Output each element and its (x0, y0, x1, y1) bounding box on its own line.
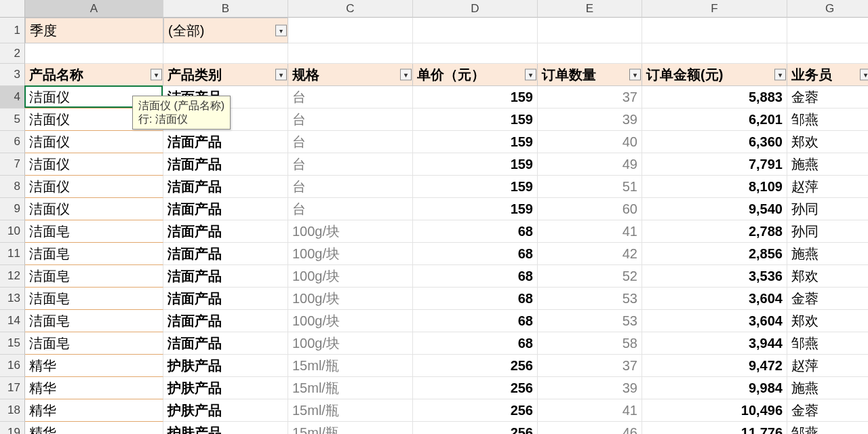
cell-D17[interactable]: 256 (413, 377, 538, 399)
cell-G11[interactable]: 施燕 (787, 243, 868, 265)
cell-G18[interactable]: 金蓉 (787, 399, 868, 422)
cell-A14[interactable]: 洁面皂 (25, 310, 163, 332)
cell-A11[interactable]: 洁面皂 (25, 243, 163, 265)
cell-D2[interactable] (413, 43, 538, 64)
cell-C12[interactable]: 100g/块 (288, 265, 413, 288)
cell-B19[interactable]: 护肤产品 (163, 422, 288, 434)
cell-E8[interactable]: 51 (538, 176, 642, 198)
cell-F2[interactable] (642, 43, 787, 64)
cell-D7[interactable]: 159 (413, 153, 538, 176)
cell-E18[interactable]: 41 (538, 399, 642, 422)
cell-C7[interactable]: 台 (288, 153, 413, 176)
cell-B14[interactable]: 洁面产品 (163, 310, 288, 332)
cell-A10[interactable]: 洁面皂 (25, 220, 163, 243)
row-header-6[interactable]: 6 (0, 131, 25, 153)
cell-C9[interactable]: 台 (288, 198, 413, 220)
row-header-5[interactable]: 5 (0, 108, 25, 131)
cell-A7[interactable]: 洁面仪 (25, 153, 163, 176)
cell-C2[interactable] (288, 43, 413, 64)
row-header-12[interactable]: 12 (0, 265, 25, 288)
cell-A6[interactable]: 洁面仪 (25, 131, 163, 153)
row-header-3[interactable]: 3 (0, 64, 25, 86)
pivot-column-header-4[interactable]: 订单数量▾ (538, 64, 642, 86)
cell-F5[interactable]: 6,201 (642, 108, 787, 131)
row-header-13[interactable]: 13 (0, 288, 25, 310)
cell-G13[interactable]: 金蓉 (787, 288, 868, 310)
cell-E7[interactable]: 49 (538, 153, 642, 176)
row-header-9[interactable]: 9 (0, 198, 25, 220)
cell-C8[interactable]: 台 (288, 176, 413, 198)
cell-D9[interactable]: 159 (413, 198, 538, 220)
cell-E14[interactable]: 53 (538, 310, 642, 332)
cell-G8[interactable]: 赵萍 (787, 176, 868, 198)
pivot-column-header-2[interactable]: 规格▾ (288, 64, 413, 86)
cell-C14[interactable]: 100g/块 (288, 310, 413, 332)
row-header-1[interactable]: 1 (0, 18, 25, 43)
pivot-column-header-5[interactable]: 订单金额(元)▾ (642, 64, 787, 86)
col-header-G[interactable]: G (787, 0, 868, 18)
cell-G17[interactable]: 施燕 (787, 377, 868, 399)
pivot-column-header-6[interactable]: 业务员▾ (787, 64, 868, 86)
cell-D12[interactable]: 68 (413, 265, 538, 288)
cell-C17[interactable]: 15ml/瓶 (288, 377, 413, 399)
cell-D11[interactable]: 68 (413, 243, 538, 265)
cell-A9[interactable]: 洁面仪 (25, 198, 163, 220)
cell-B18[interactable]: 护肤产品 (163, 399, 288, 422)
col-header-F[interactable]: F (642, 0, 787, 18)
cell-E9[interactable]: 60 (538, 198, 642, 220)
cell-B11[interactable]: 洁面产品 (163, 243, 288, 265)
filter-dropdown-icon[interactable]: ▾ (525, 69, 536, 81)
cell-D16[interactable]: 256 (413, 355, 538, 377)
cell-F11[interactable]: 2,856 (642, 243, 787, 265)
cell-D15[interactable]: 68 (413, 332, 538, 355)
cell-B6[interactable]: 洁面产品 (163, 131, 288, 153)
cell-C4[interactable]: 台 (288, 86, 413, 108)
row-header-7[interactable]: 7 (0, 153, 25, 176)
cell-F16[interactable]: 9,472 (642, 355, 787, 377)
cell-C5[interactable]: 台 (288, 108, 413, 131)
cell-C6[interactable]: 台 (288, 131, 413, 153)
cell-B12[interactable]: 洁面产品 (163, 265, 288, 288)
cell-G19[interactable]: 邹燕 (787, 422, 868, 434)
cell-A17[interactable]: 精华 (25, 377, 163, 399)
cell-E12[interactable]: 52 (538, 265, 642, 288)
cell-F6[interactable]: 6,360 (642, 131, 787, 153)
cell-E16[interactable]: 37 (538, 355, 642, 377)
row-header-17[interactable]: 17 (0, 377, 25, 399)
cell-F7[interactable]: 7,791 (642, 153, 787, 176)
pivot-filter-value[interactable]: (全部)▾ (163, 18, 288, 43)
cell-A19[interactable]: 精华 (25, 422, 163, 434)
cell-C19[interactable]: 15ml/瓶 (288, 422, 413, 434)
cell-G1[interactable] (787, 18, 868, 43)
cell-D1[interactable] (413, 18, 538, 43)
cell-A13[interactable]: 洁面皂 (25, 288, 163, 310)
cell-F9[interactable]: 9,540 (642, 198, 787, 220)
filter-dropdown-icon[interactable]: ▾ (275, 25, 287, 37)
cell-G14[interactable]: 郑欢 (787, 310, 868, 332)
select-all-corner[interactable] (0, 0, 25, 18)
cell-C11[interactable]: 100g/块 (288, 243, 413, 265)
cell-F18[interactable]: 10,496 (642, 399, 787, 422)
row-header-14[interactable]: 14 (0, 310, 25, 332)
cell-G4[interactable]: 金蓉 (787, 86, 868, 108)
pivot-column-header-3[interactable]: 单价（元）▾ (413, 64, 538, 86)
cell-C13[interactable]: 100g/块 (288, 288, 413, 310)
row-header-16[interactable]: 16 (0, 355, 25, 377)
row-header-18[interactable]: 18 (0, 399, 25, 422)
cell-G9[interactable]: 孙同 (787, 198, 868, 220)
col-header-C[interactable]: C (288, 0, 413, 18)
row-header-19[interactable]: 19 (0, 422, 25, 434)
cell-A16[interactable]: 精华 (25, 355, 163, 377)
col-header-A[interactable]: A (25, 0, 163, 18)
cell-G6[interactable]: 郑欢 (787, 131, 868, 153)
cell-G10[interactable]: 孙同 (787, 220, 868, 243)
cell-G12[interactable]: 郑欢 (787, 265, 868, 288)
filter-dropdown-icon[interactable]: ▾ (774, 69, 786, 81)
cell-E10[interactable]: 41 (538, 220, 642, 243)
cell-D8[interactable]: 159 (413, 176, 538, 198)
cell-D19[interactable]: 256 (413, 422, 538, 434)
filter-dropdown-icon[interactable]: ▾ (275, 69, 287, 81)
cell-E15[interactable]: 58 (538, 332, 642, 355)
filter-dropdown-icon[interactable]: ▾ (400, 69, 412, 81)
col-header-E[interactable]: E (538, 0, 642, 18)
